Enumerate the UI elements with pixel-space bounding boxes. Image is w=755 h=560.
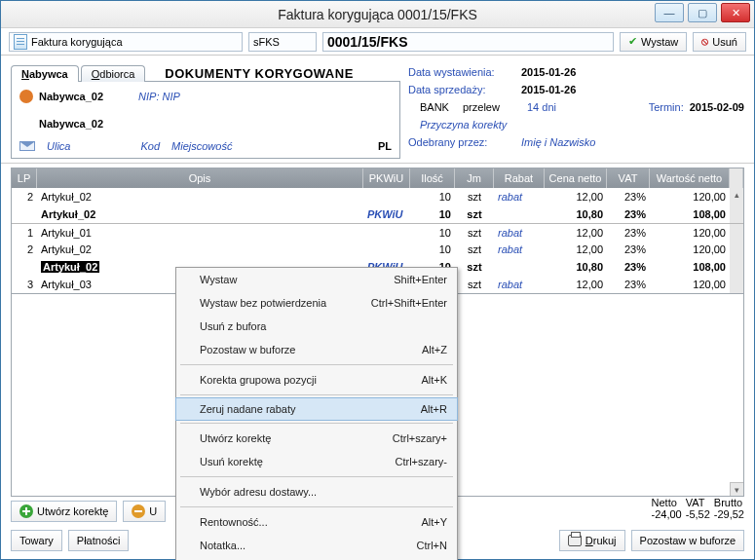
envelope-icon	[19, 141, 35, 151]
days-val[interactable]: 14 dni	[527, 101, 556, 113]
tab-nabywca[interactable]: Nabywca	[11, 65, 79, 82]
usun-korekte-button[interactable]: U	[123, 501, 166, 522]
window-title: Faktura korygująca 0001/15/FKS	[278, 7, 477, 22]
menu-item[interactable]: Wystaw bez potwierdzeniaCtrl+Shift+Enter	[176, 291, 457, 315]
brutto-value: -29,52	[714, 508, 744, 520]
brutto-label: Brutto	[714, 497, 744, 508]
data-sprz-label: Data sprzedaży:	[408, 84, 515, 95]
odebrany-label: Odebrany przez:	[408, 136, 515, 148]
series-field[interactable]: sFKS	[248, 32, 317, 52]
platnosci-button[interactable]: Płatności	[68, 530, 130, 551]
nip-field[interactable]: NIP: NIP	[138, 91, 180, 102]
col-wartosc-netto[interactable]: Wartość netto	[650, 168, 730, 188]
utworz-korekte-button[interactable]: Utwórz korektę	[11, 501, 117, 522]
data-wyst-label: Data wystawienia:	[408, 66, 515, 78]
doctype-label: Faktura korygująca	[31, 36, 123, 48]
menu-item[interactable]: Usuń korektęCtrl+szary-	[176, 450, 457, 473]
scrollbar-header	[730, 168, 743, 188]
menu-item[interactable]: Zeruj nadane rabatyAlt+R	[175, 397, 458, 421]
menu-item[interactable]: Utwórz korektęCtrl+szary+	[176, 427, 457, 450]
odebrany-val[interactable]: Imię i Nazwisko	[521, 136, 595, 148]
plus-icon	[19, 504, 33, 518]
payment-type[interactable]: przelew	[463, 101, 521, 113]
col-cena-netto[interactable]: Cena netto	[545, 168, 607, 188]
vat-value: -5,52	[686, 508, 710, 520]
towary-button[interactable]: Towary	[11, 530, 62, 551]
netto-value: -24,00	[652, 508, 682, 520]
grid-header: LP Opis PKWiU Ilość Jm Rabat Cena netto …	[12, 168, 743, 188]
document-icon	[14, 34, 27, 50]
data-sprz[interactable]: 2015-01-26	[521, 84, 576, 95]
toolbar: Faktura korygująca sFKS 0001/15/FKS ✔Wys…	[1, 28, 754, 56]
table-row[interactable]: 2Artykuł_0210sztrabat12,0023%120,00	[12, 188, 743, 205]
vat-label: VAT	[686, 497, 710, 508]
termin-label: Termin:	[649, 101, 684, 113]
usun-button[interactable]: ⦸Usuń	[693, 32, 746, 52]
party-name[interactable]: Nabywca_02	[39, 91, 103, 102]
menu-item[interactable]: Usuń z bufora	[176, 315, 457, 338]
table-row[interactable]: Artykuł_02PKWiU10szt10,8023%108,00	[12, 205, 743, 223]
doc-info: Data wystawienia:2015-01-26 Data sprzeda…	[408, 61, 744, 159]
termin-val[interactable]: 2015-02-09	[690, 101, 744, 113]
delete-icon: ⦸	[701, 35, 708, 48]
menu-item[interactable]: Wybór adresu dostawy...	[176, 480, 457, 504]
print-icon	[568, 535, 582, 546]
scroll-up-icon[interactable]: ▴	[730, 188, 743, 202]
col-rabat[interactable]: Rabat	[494, 168, 545, 188]
person-icon	[19, 90, 33, 103]
wystaw-label: Wystaw	[641, 36, 678, 48]
menu-item[interactable]: WystawShift+Enter	[176, 268, 457, 291]
menu-item[interactable]: Notatka...Ctrl+N	[176, 534, 457, 557]
minimize-button[interactable]: —	[655, 3, 684, 22]
col-lp[interactable]: LP	[12, 168, 37, 188]
data-wyst[interactable]: 2015-01-26	[521, 66, 576, 78]
netto-label: Netto	[652, 497, 682, 508]
context-menu[interactable]: WystawShift+EnterWystaw bez potwierdzeni…	[175, 267, 458, 560]
close-button[interactable]: ✕	[721, 3, 750, 22]
pozostaw-button[interactable]: Pozostaw w buforze	[631, 530, 744, 551]
col-pkwiu[interactable]: PKWiU	[363, 168, 410, 188]
scroll-down-icon[interactable]: ▾	[730, 482, 743, 496]
bank-val[interactable]: BANK	[408, 101, 457, 113]
tab-odbiorca[interactable]: Odbiorca	[81, 65, 146, 82]
col-vat[interactable]: VAT	[607, 168, 650, 188]
przyczyna[interactable]: Przyczyna korekty	[408, 119, 507, 131]
city-field[interactable]: Miejscowość	[171, 140, 232, 152]
menu-item[interactable]: Pozostaw w buforzeAlt+Z	[176, 338, 457, 361]
party-box: Nabywca_02 NIP: NIP Nabywca_02 Ulica Kod…	[11, 81, 400, 159]
table-row[interactable]: 2Artykuł_0210sztrabat12,0023%120,00	[12, 241, 743, 258]
col-opis[interactable]: Opis	[37, 168, 363, 188]
country-code[interactable]: PL	[378, 140, 392, 152]
drukuj-button[interactable]: Drukuj	[559, 530, 625, 551]
street-field[interactable]: Ulica	[47, 140, 70, 152]
wystaw-button[interactable]: ✔Wystaw	[620, 32, 687, 52]
doctype-field[interactable]: Faktura korygująca	[9, 32, 243, 52]
maximize-button[interactable]: ▢	[688, 3, 717, 22]
doc-number-field[interactable]: 0001/15/FKS	[322, 32, 614, 52]
party-name2: Nabywca_02	[39, 118, 103, 130]
titlebar: Faktura korygująca 0001/15/FKS — ▢ ✕	[1, 1, 754, 28]
dokumenty-korygowane-header: DOKUMENTY KORYGOWANE	[165, 66, 353, 81]
menu-item[interactable]: Korekta grupowa pozycjiAlt+K	[176, 368, 457, 392]
minus-icon	[132, 504, 145, 518]
check-icon: ✔	[628, 35, 637, 48]
menu-item[interactable]: Rentowność...Alt+Y	[176, 510, 457, 534]
table-row[interactable]: 1Artykuł_0110sztrabat12,0023%120,00	[12, 223, 743, 241]
col-ilosc[interactable]: Ilość	[410, 168, 455, 188]
col-jm[interactable]: Jm	[455, 168, 494, 188]
usun-label: Usuń	[712, 36, 737, 48]
postcode-field[interactable]: Kod	[140, 140, 160, 152]
